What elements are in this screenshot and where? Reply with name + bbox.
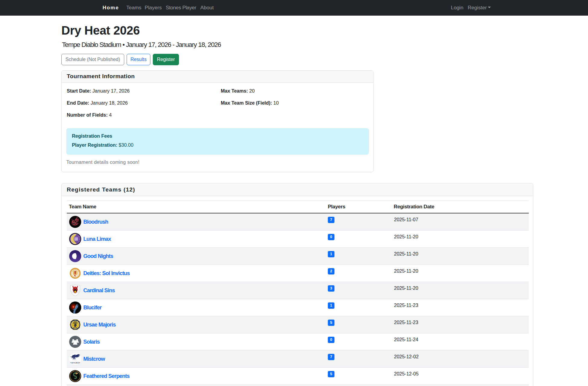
svg-text:MAJORIS: MAJORIS	[73, 327, 77, 328]
svg-text:URSAE: URSAE	[74, 321, 77, 322]
svg-text:MISTCROW: MISTCROW	[70, 362, 81, 364]
svg-text:LUNA: LUNA	[75, 237, 78, 239]
svg-text:LIMAX: LIMAX	[75, 239, 78, 240]
